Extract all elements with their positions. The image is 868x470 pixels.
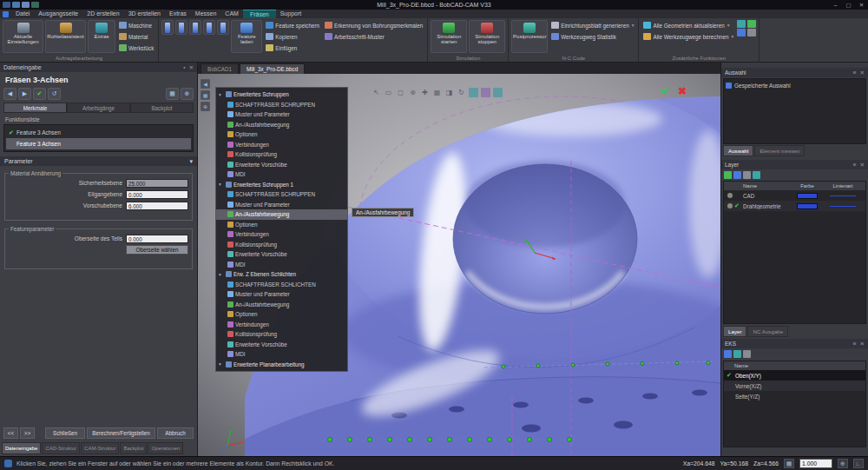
- menu-item-support[interactable]: Support: [276, 10, 306, 18]
- toolpath-filter-icon[interactable]: [737, 29, 746, 36]
- prev-button[interactable]: <<: [3, 427, 18, 439]
- tree-item[interactable]: ▾ Kollisionsprüfung: [216, 149, 347, 160]
- simulation-start-button[interactable]: Simulation starten: [431, 20, 467, 53]
- view-tool-icon[interactable]: ◻: [396, 88, 405, 97]
- color-swatch[interactable]: [797, 203, 818, 209]
- postprocessor-button[interactable]: Postprozessor: [511, 20, 548, 53]
- grid-tool-icon[interactable]: ▦: [166, 88, 179, 100]
- target-tool-icon[interactable]: ⊕: [181, 88, 194, 100]
- list-item[interactable]: ✔ Feature 3 Achsen: [6, 127, 191, 138]
- edit-layer-icon[interactable]: [733, 171, 741, 179]
- milling-feature-4-button[interactable]: [203, 20, 215, 35]
- edit-wcs-icon[interactable]: [733, 350, 741, 358]
- tree-item[interactable]: ▾ An-/Ausfahrbewegung: [216, 300, 347, 310]
- tree-item[interactable]: ▾ Erweiterte Vorschübe: [216, 160, 347, 170]
- extras-button[interactable]: Extras: [88, 20, 115, 53]
- shading-mode-icon[interactable]: [469, 88, 478, 97]
- number-input[interactable]: 25.000: [126, 179, 188, 188]
- milling-feature-1-button[interactable]: [161, 20, 174, 35]
- cad-view-area[interactable]: ◀ ▦ ⊕ ↖▭◻⊕✚▦◨↻ ✔ ✖ ▾ Erweitertes Schrupp…: [198, 74, 720, 456]
- feature-tab[interactable]: Backplot: [130, 103, 194, 113]
- menu-item[interactable]: Ausgangsseite: [34, 10, 82, 18]
- menu-icon[interactable]: ≡: [853, 341, 857, 348]
- panel-slide-icon[interactable]: ◀: [201, 79, 210, 89]
- view-tool-icon[interactable]: ◨: [444, 88, 454, 97]
- minimize-button[interactable]: –: [829, 0, 842, 10]
- maximize-button[interactable]: ▢: [842, 0, 855, 10]
- next-button[interactable]: >>: [20, 427, 35, 439]
- simulation-stop-button[interactable]: Simulation stoppen: [469, 20, 505, 53]
- saved-selection-item[interactable]: Gespeicherte Auswahl: [726, 81, 864, 90]
- add-layer-icon[interactable]: [724, 171, 732, 179]
- close-wizard-button[interactable]: Schließen: [45, 427, 85, 439]
- expander-icon[interactable]: ▾: [219, 92, 224, 97]
- tree-item[interactable]: ▾ Erweiterte Vorschübe: [216, 249, 347, 260]
- panel-tab[interactable]: Operationen: [148, 442, 183, 454]
- visibility-bulb-icon[interactable]: [727, 193, 733, 198]
- tree-item[interactable]: ▾ Optionen: [216, 220, 347, 230]
- undo-button[interactable]: ↺: [48, 88, 61, 100]
- selection-filter-icon[interactable]: ▦: [201, 90, 210, 100]
- increment-input[interactable]: 1.000: [799, 459, 832, 468]
- pick-top-button[interactable]: Oberseite wählen: [126, 245, 188, 255]
- copy-button[interactable]: Kopieren: [264, 31, 321, 42]
- expander-icon[interactable]: ▾: [219, 272, 224, 277]
- layer-row[interactable]: ✔ CAD: [724, 190, 865, 201]
- layer-filter-icon[interactable]: [753, 171, 760, 179]
- menu-icon[interactable]: ≡: [853, 70, 857, 76]
- document-tab[interactable]: BobCAD1: [201, 63, 239, 74]
- save-feature-button[interactable]: Feature speichern: [264, 20, 321, 30]
- view-tool-icon[interactable]: ↖: [372, 88, 381, 97]
- step-pattern-button[interactable]: Arbeitsschritt-Muster: [323, 31, 424, 42]
- feature-tab[interactable]: Arbeitsgänge: [67, 103, 130, 113]
- linetype-sample[interactable]: [830, 206, 856, 207]
- pin-icon[interactable]: ▪: [183, 64, 185, 71]
- expander-icon[interactable]: ▾: [219, 182, 224, 187]
- load-feature-button[interactable]: Feature laden: [231, 20, 262, 53]
- layer-row[interactable]: ✔ Drahtgeometrie: [724, 201, 865, 211]
- toolpath-display-icon[interactable]: [481, 88, 490, 97]
- wcs-row[interactable]: ✔ Vorne(X/Z): [724, 381, 865, 391]
- expander-icon[interactable]: ▾: [219, 361, 224, 367]
- linetype-sample[interactable]: [830, 195, 856, 196]
- close-icon[interactable]: ✕: [860, 341, 865, 348]
- calc-toolpaths-button[interactable]: Alle Werkzeugwege berechnen▾: [641, 31, 735, 42]
- view-tool-icon[interactable]: ↻: [457, 88, 466, 97]
- tree-item[interactable]: ▾ MDI: [216, 169, 347, 180]
- snap-grid-icon[interactable]: ▦: [784, 459, 794, 468]
- milling-feature-2-button[interactable]: [175, 20, 187, 35]
- geometry-filter-icon[interactable]: [737, 20, 746, 28]
- tree-item[interactable]: ▾ Muster und Parameter: [216, 200, 347, 210]
- tree-item[interactable]: ▾ Erweitertes Schruppen: [216, 89, 347, 100]
- redo-icon[interactable]: [22, 2, 30, 8]
- list-item[interactable]: ✔ Feature 3 Achsen: [6, 138, 191, 149]
- part-top-input[interactable]: 0.000: [126, 235, 188, 243]
- milling-feature-5-button[interactable]: [217, 20, 229, 35]
- menu-item[interactable]: Extras: [165, 10, 191, 18]
- stock-wizard-button[interactable]: Rohteilassistent: [45, 20, 86, 53]
- view-cube-icon[interactable]: [493, 88, 503, 97]
- panel-tab[interactable]: CAM-Struktur: [81, 442, 119, 454]
- tree-item[interactable]: ▾ MDI: [216, 260, 347, 270]
- menu-item[interactable]: Messen: [191, 10, 221, 18]
- tree-item[interactable]: ▾ SCHAFTFRÄSER SCHLICHTEN: [216, 280, 347, 290]
- tree-item[interactable]: ▾ Erweiterte Vorschübe: [216, 340, 347, 350]
- view-tool-icon[interactable]: ✚: [420, 88, 430, 97]
- tree-item[interactable]: ▾ Verbindungen: [216, 140, 347, 150]
- add-wcs-icon[interactable]: [724, 350, 732, 358]
- workpiece-button[interactable]: Werkstück: [117, 43, 155, 53]
- forward-button[interactable]: ▶: [18, 88, 31, 100]
- toolpath-stats-button[interactable]: Werkzeugweg Statistik: [549, 31, 635, 42]
- tree-item[interactable]: ▾ Erweitertes Schruppen 1: [216, 180, 347, 190]
- close-icon[interactable]: ✕: [860, 70, 865, 76]
- number-input[interactable]: 0.000: [126, 190, 188, 199]
- tree-item[interactable]: ▾ Kollisionsprüfung: [216, 329, 347, 340]
- tab-fraesen[interactable]: Fräsen: [243, 10, 276, 19]
- cancel-selection-button[interactable]: ✖: [678, 85, 687, 97]
- panel-tab[interactable]: Dateneingabe: [2, 442, 41, 454]
- tree-item[interactable]: ▾ MDI: [216, 349, 347, 360]
- setup-sheet-button[interactable]: Einrichtungsblatt generieren▾: [549, 20, 635, 30]
- wcs-row[interactable]: ✔ Oben(X/Y): [724, 370, 865, 381]
- number-input[interactable]: 6.000: [126, 202, 188, 210]
- refresh-all-icon[interactable]: [747, 20, 756, 28]
